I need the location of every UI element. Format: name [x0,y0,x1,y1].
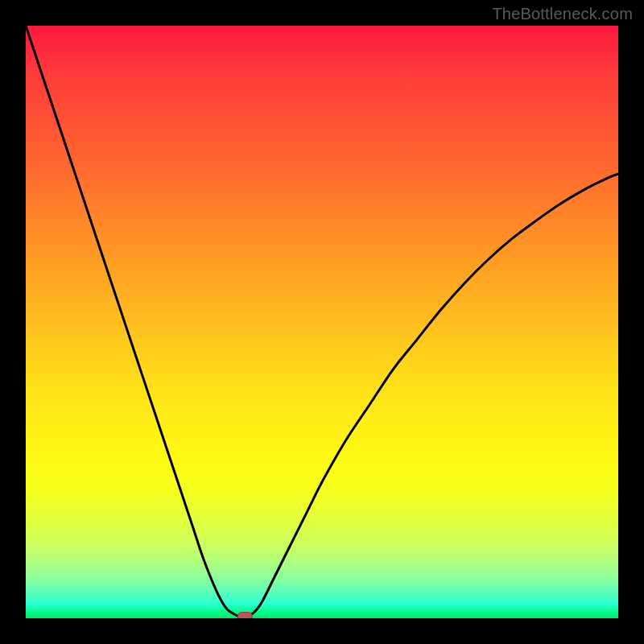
minimum-marker-icon [237,613,252,618]
bottleneck-curve [26,26,618,617]
curve-layer [26,26,618,618]
plot-area [26,26,618,618]
minimum-marker [237,613,252,618]
watermark-text: TheBottleneck.com [492,5,633,23]
curve-path [26,26,618,617]
chart-frame: TheBottleneck.com [0,0,644,644]
